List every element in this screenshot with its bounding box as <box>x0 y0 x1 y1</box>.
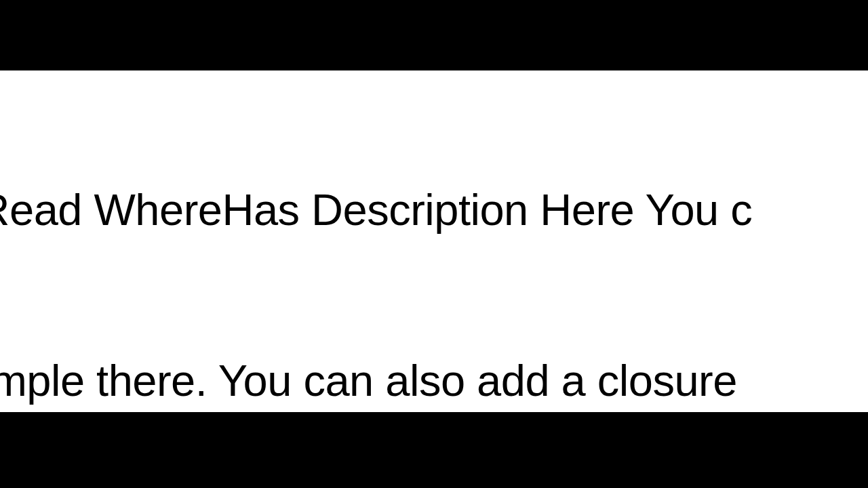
text-line-1: Read WhereHas Description Here You c <box>0 182 868 239</box>
text-line-2: ample there. You can also add a closure <box>0 352 868 409</box>
content-band: Read WhereHas Description Here You c amp… <box>0 70 868 412</box>
text-block: Read WhereHas Description Here You c amp… <box>0 70 868 412</box>
